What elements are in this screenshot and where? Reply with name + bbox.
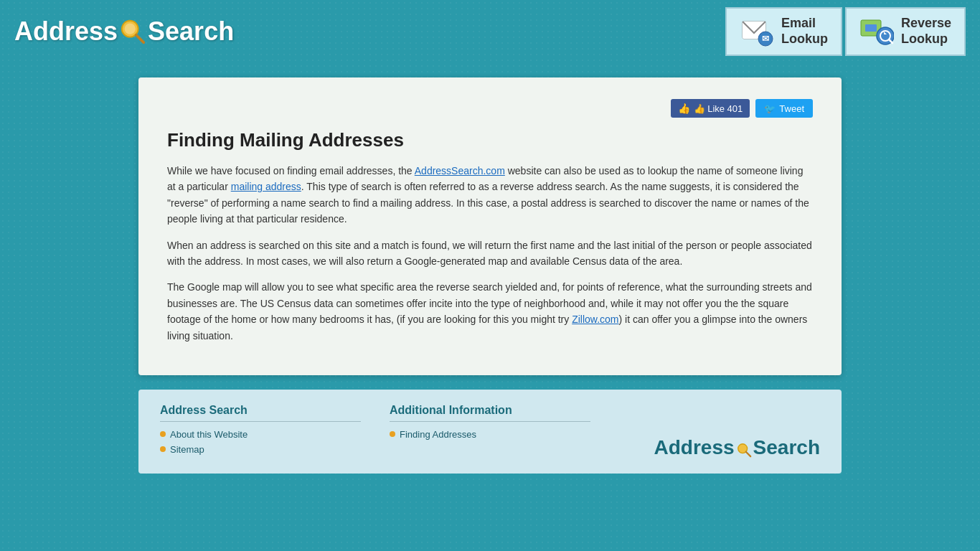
footer-col-title-additional: Additional Information: [390, 404, 590, 422]
main-content: 👍 👍 Like 401 🐦 Tweet Finding Mailing Add…: [138, 77, 842, 375]
tweet-label: Tweet: [779, 103, 804, 114]
paragraph-3: The Google map will allow you to see wha…: [167, 279, 813, 344]
nav-buttons: ✉ Email Lookup Reverse Lookup: [725, 7, 966, 56]
svg-text:✉: ✉: [762, 34, 769, 44]
footer-link-finding: Finding Addresses: [390, 429, 590, 440]
page-title: Finding Mailing Addresses: [167, 129, 813, 151]
zillow-link[interactable]: Zillow.com: [572, 314, 618, 325]
header: Address Search ✉: [0, 0, 980, 63]
svg-rect-8: [865, 24, 877, 32]
footer: Address Search About this Website Sitema…: [138, 390, 842, 474]
sitemap-link[interactable]: Sitemap: [170, 444, 204, 455]
social-bar: 👍 👍 Like 401 🐦 Tweet: [167, 99, 813, 118]
site-logo: Address Search: [14, 17, 234, 47]
logo-area: Address Search: [14, 17, 234, 47]
addresssearch-link[interactable]: AddressSearch.com: [415, 165, 505, 176]
footer-col-title-address: Address Search: [160, 404, 361, 422]
mailing-address-link[interactable]: mailing address: [231, 181, 301, 192]
footer-grid: Address Search About this Website Sitema…: [160, 404, 820, 459]
twitter-icon: 🐦: [764, 103, 776, 114]
footer-logo: Address Search: [654, 436, 820, 459]
bullet-icon: [160, 431, 166, 437]
svg-line-2: [136, 35, 143, 42]
svg-line-13: [745, 452, 750, 456]
reverse-lookup-button[interactable]: Reverse Lookup: [845, 7, 966, 56]
footer-col-additional: Additional Information Finding Addresses: [390, 404, 590, 459]
reverse-lookup-label: Reverse Lookup: [901, 16, 951, 47]
svg-point-1: [125, 24, 136, 34]
footer-logo-area: Address Search: [619, 404, 820, 459]
facebook-like-button[interactable]: 👍 👍 Like 401: [671, 99, 750, 118]
paragraph-2: When an address is searched on this site…: [167, 237, 813, 270]
email-lookup-label: Email Lookup: [781, 16, 828, 47]
footer-link-about: About this Website: [160, 429, 361, 440]
footer-magnifier-icon: [736, 440, 752, 456]
thumbs-up-icon: 👍: [678, 103, 690, 114]
footer-logo-search: Search: [753, 436, 820, 459]
footer-logo-address: Address: [654, 436, 735, 459]
like-count: 👍 Like 401: [694, 103, 743, 114]
footer-col-address-search: Address Search About this Website Sitema…: [160, 404, 361, 459]
email-icon: ✉: [740, 14, 774, 49]
logo-address-text: Address: [14, 17, 118, 47]
magnifier-icon: [119, 18, 146, 45]
email-lookup-button[interactable]: ✉ Email Lookup: [725, 7, 842, 56]
about-link[interactable]: About this Website: [170, 429, 248, 440]
finding-addresses-link[interactable]: Finding Addresses: [400, 429, 476, 440]
reverse-icon: [859, 14, 894, 49]
bullet-icon: [390, 431, 395, 437]
tweet-button[interactable]: 🐦 Tweet: [755, 99, 813, 118]
paragraph-1: While we have focused on finding email a…: [167, 163, 813, 227]
bullet-icon: [160, 446, 166, 452]
logo-search-text: Search: [148, 17, 234, 47]
footer-link-sitemap: Sitemap: [160, 444, 361, 455]
